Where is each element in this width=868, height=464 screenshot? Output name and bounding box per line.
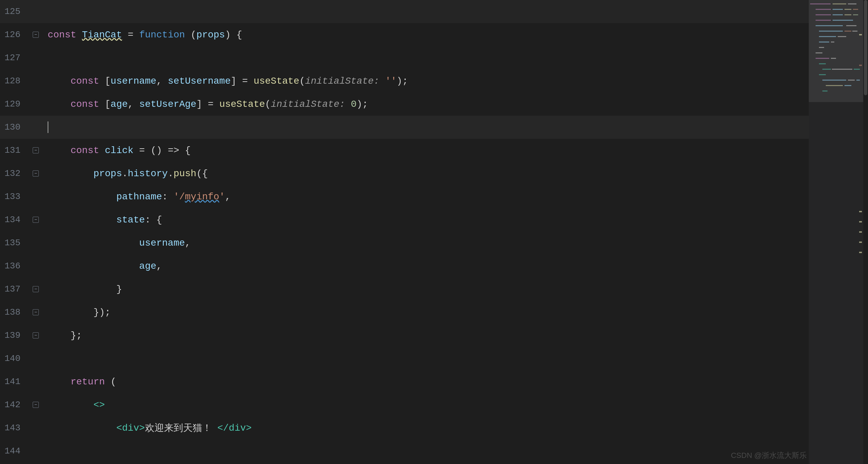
svg-rect-22 [819, 47, 824, 48]
svg-rect-16 [845, 31, 851, 32]
svg-rect-5 [845, 9, 851, 10]
line-content: <div>欢迎来到天猫！ </div> [41, 421, 809, 434]
line-content: const click = () => { [41, 145, 809, 156]
svg-rect-8 [833, 14, 843, 15]
svg-rect-37 [859, 34, 862, 35]
svg-rect-34 [826, 85, 843, 86]
line-number: 139 [0, 330, 31, 341]
line-content [41, 121, 809, 133]
svg-rect-29 [854, 69, 860, 70]
line-number: 128 [0, 76, 31, 86]
line-content: const [username, setUsername] = useState… [41, 76, 809, 86]
code-area: 125126−const TianCat = function (props) … [0, 0, 809, 464]
fold-icon[interactable]: − [31, 147, 41, 153]
line-number: 141 [0, 377, 31, 387]
svg-rect-25 [831, 58, 836, 59]
svg-rect-41 [859, 242, 862, 243]
line-content: state: { [41, 215, 809, 225]
line-number: 138 [0, 307, 31, 317]
line-content: const [age, setUserAge] = useState(initi… [41, 99, 809, 110]
code-line: 145− <div> [0, 463, 809, 464]
svg-rect-17 [852, 31, 857, 32]
svg-rect-3 [816, 9, 831, 10]
svg-rect-13 [816, 25, 843, 26]
svg-rect-43 [859, 65, 862, 66]
svg-rect-32 [848, 80, 855, 81]
line-number: 132 [0, 168, 31, 179]
code-line: 127 [0, 46, 809, 69]
svg-rect-39 [859, 221, 862, 222]
line-content: age, [41, 261, 809, 271]
line-number: 129 [0, 99, 31, 109]
line-content: const TianCat = function (props) { [41, 30, 809, 40]
line-number: 130 [0, 122, 31, 132]
line-number: 125 [0, 6, 31, 17]
svg-rect-35 [845, 85, 851, 86]
line-content: return ( [41, 377, 809, 387]
line-number: 134 [0, 215, 31, 225]
svg-rect-36 [822, 90, 827, 92]
fold-icon[interactable]: − [31, 170, 41, 177]
fold-icon[interactable]: − [31, 309, 41, 315]
line-number: 137 [0, 284, 31, 294]
line-content: username, [41, 238, 809, 248]
code-line: 131− const click = () => { [0, 139, 809, 162]
line-content: pathname: '/myinfo', [41, 192, 809, 202]
svg-rect-1 [833, 3, 846, 4]
line-number: 144 [0, 446, 31, 456]
code-line: 129 const [age, setUserAge] = useState(i… [0, 93, 809, 116]
svg-rect-30 [819, 74, 826, 75]
text-cursor [48, 121, 48, 133]
code-line: 132− props.history.push({ [0, 162, 809, 185]
svg-rect-9 [845, 14, 851, 15]
svg-rect-2 [848, 3, 856, 4]
minimap-content [809, 0, 863, 464]
code-line: 144 [0, 440, 809, 463]
code-line: 135 username, [0, 231, 809, 254]
code-line: 137− } [0, 278, 809, 301]
minimap[interactable] [809, 0, 863, 464]
svg-rect-0 [810, 3, 831, 4]
svg-rect-26 [819, 63, 826, 64]
fold-icon[interactable]: − [31, 402, 41, 408]
svg-rect-11 [816, 20, 831, 21]
line-content: } [41, 284, 809, 295]
line-number: 133 [0, 192, 31, 202]
code-line: 134− state: { [0, 208, 809, 231]
line-content: }); [41, 307, 809, 318]
code-lines: 125126−const TianCat = function (props) … [0, 0, 809, 464]
code-line: 143 <div>欢迎来到天猫！ </div> [0, 416, 809, 440]
code-line: 140 [0, 347, 809, 370]
line-content: }; [41, 330, 809, 341]
code-line: 138− }); [0, 301, 809, 324]
code-line: 141 return ( [0, 370, 809, 393]
svg-rect-21 [831, 42, 834, 43]
code-line: 139− }; [0, 324, 809, 347]
line-number: 131 [0, 145, 31, 155]
line-number: 143 [0, 423, 31, 433]
fold-icon[interactable]: − [31, 32, 41, 38]
svg-rect-24 [816, 58, 829, 59]
fold-icon[interactable]: − [31, 332, 41, 338]
code-line: 142− <> [0, 393, 809, 416]
vertical-scrollbar[interactable] [863, 0, 868, 464]
scrollbar-thumb[interactable] [864, 0, 867, 95]
code-line: 126−const TianCat = function (props) { [0, 23, 809, 46]
svg-rect-33 [856, 80, 860, 81]
line-number: 127 [0, 53, 31, 63]
code-line: 125 [0, 0, 809, 23]
svg-rect-18 [819, 36, 836, 37]
svg-rect-7 [816, 14, 831, 15]
svg-rect-31 [822, 80, 846, 81]
svg-rect-6 [853, 9, 858, 10]
code-line: 128 const [username, setUsername] = useS… [0, 69, 809, 93]
code-line: 136 age, [0, 254, 809, 278]
fold-icon[interactable]: − [31, 217, 41, 223]
fold-icon[interactable]: − [31, 286, 41, 292]
svg-rect-19 [838, 36, 846, 37]
line-number: 126 [0, 30, 31, 40]
svg-rect-12 [833, 20, 853, 21]
code-line: 133 pathname: '/myinfo', [0, 185, 809, 208]
watermark: CSDN @浙水流大斯乐 [731, 450, 807, 461]
line-number: 136 [0, 261, 31, 271]
